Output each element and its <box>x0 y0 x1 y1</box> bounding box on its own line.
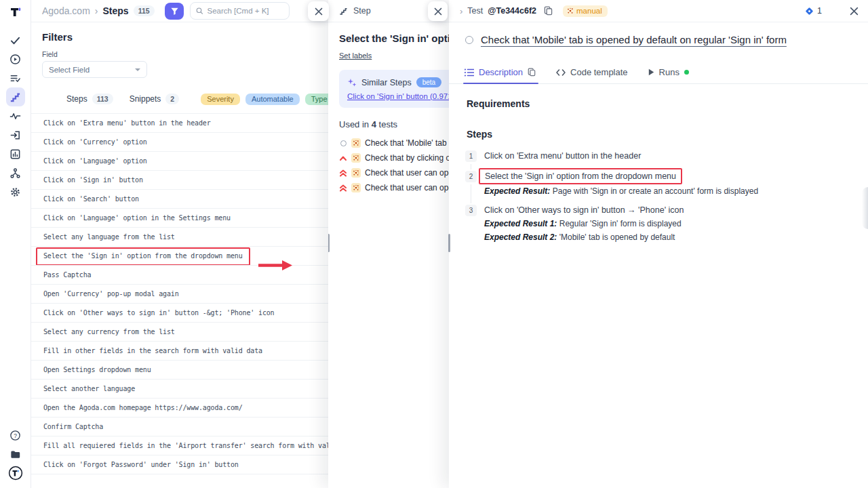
step-detail-panel: Step Select the 'Sign in' option from th… <box>328 0 449 488</box>
test-step[interactable]: 2 Select the 'Sign in' option from the d… <box>465 171 868 196</box>
step-number: 1 <box>465 150 477 162</box>
used-in-tests-list: Check that 'Mobile' tab is opened by def… <box>339 136 449 195</box>
manual-badge-label: manual <box>576 7 602 15</box>
copy-icon[interactable] <box>544 6 553 16</box>
step-row[interactable]: Select another language <box>31 380 328 399</box>
step-row[interactable]: Open the Agoda.com homepage https://www.… <box>31 399 328 418</box>
flaky-icon <box>351 153 361 163</box>
step-row-text: Select any currency from the list <box>43 328 175 336</box>
step-row-text: Click on 'Sign in' button <box>43 176 143 184</box>
projects-button[interactable] <box>6 445 25 464</box>
sidebar-item-settings[interactable] <box>6 182 25 201</box>
tag-type[interactable]: Type <box>305 94 328 105</box>
tab-runs[interactable]: Runs <box>648 67 689 83</box>
step-row[interactable]: Pass Captcha <box>31 266 328 285</box>
step-text: Click on 'Other ways to sign in' button … <box>484 205 684 215</box>
tag-automatable[interactable]: Automatable <box>245 94 300 105</box>
flaky-icon <box>351 168 361 178</box>
copy-icon[interactable] <box>528 68 536 77</box>
set-labels-link[interactable]: Set labels <box>339 52 372 60</box>
panel-title: Step <box>353 6 371 16</box>
test-step[interactable]: 1 Click on 'Extra menu' button in the he… <box>465 150 868 162</box>
step-row[interactable]: Fill all requiered fields in the 'Airpor… <box>31 436 328 455</box>
flaky-icon <box>351 138 361 148</box>
step-row[interactable]: Open 'Currency' pop-up modal again <box>31 285 328 304</box>
help-button[interactable]: ? <box>6 426 25 445</box>
close-icon <box>434 7 442 16</box>
step-row[interactable]: Fill in other fields in the search form … <box>31 342 328 361</box>
tab-code-template[interactable]: Code template <box>556 67 628 83</box>
search-box[interactable] <box>190 2 290 20</box>
funnel-icon <box>170 7 179 16</box>
step-row[interactable]: Select the 'Sign in' option from the dro… <box>31 247 328 266</box>
close-icon[interactable] <box>850 7 859 16</box>
step-row[interactable]: Click on 'Extra menu' button in the head… <box>31 114 328 133</box>
similar-steps-title: Similar Steps <box>361 78 412 87</box>
breadcrumb: Agoda.com › Steps 115 <box>42 5 155 16</box>
used-in-count: 4 <box>372 119 376 129</box>
step-row[interactable]: Click on 'Forgot Password' under 'Sign i… <box>31 455 328 474</box>
sidebar-item-tests[interactable] <box>6 30 25 49</box>
step-row-text: Click on 'Forgot Password' under 'Sign i… <box>43 461 239 468</box>
step-row[interactable]: Select any currency from the list <box>31 323 328 342</box>
field-select[interactable]: Select Field <box>42 61 147 78</box>
chevron-down-icon <box>135 68 140 71</box>
step-row[interactable]: Confirm Captcha <box>31 418 328 436</box>
flaky-icon <box>351 183 361 192</box>
step-row[interactable]: Click on 'Language' option <box>31 152 328 171</box>
steps-count-badge: 115 <box>134 5 155 16</box>
test-link[interactable]: Check that by clicking on the 'Sign in' … <box>339 150 449 165</box>
filter-button[interactable] <box>165 3 184 20</box>
sidebar-item-pulse[interactable] <box>6 106 25 125</box>
test-link[interactable]: Check that user can open the 'Sign in' f… <box>339 180 449 195</box>
toolbar-snippets-label: Snippets <box>130 94 161 104</box>
close-steps-panel-button[interactable] <box>308 1 329 21</box>
step-row[interactable]: Click on 'Language' option in the Settin… <box>31 209 328 228</box>
close-step-panel-button[interactable] <box>428 1 448 21</box>
scroll-hint[interactable] <box>862 187 868 229</box>
test-tabs: Description Code template Runs <box>449 66 868 84</box>
step-row[interactable]: Click on 'Other ways to sign in' button … <box>31 304 328 323</box>
tab-description[interactable]: Description <box>465 67 536 83</box>
sidebar-item-steps[interactable] <box>6 87 25 106</box>
account-avatar[interactable] <box>6 464 25 483</box>
priority-highest-icon <box>339 184 347 192</box>
app-logo-icon[interactable] <box>9 3 22 21</box>
sidebar-item-import[interactable] <box>6 125 25 144</box>
jira-diamond-icon[interactable] <box>805 7 814 16</box>
toolbar-steps-label: Steps <box>66 94 87 104</box>
step-row-text: Click on 'Language' option in the Settin… <box>43 214 231 222</box>
test-steps: 1 Click on 'Extra menu' button in the he… <box>465 150 868 242</box>
step-row-text: Click on 'Other ways to sign in' button … <box>43 309 275 317</box>
tag-severity[interactable]: Severity <box>201 94 240 105</box>
step-row[interactable]: Click on 'Currency' option <box>31 133 328 152</box>
sidebar-item-reports[interactable] <box>6 144 25 163</box>
step-row-text: Click on 'Extra menu' button in the head… <box>43 119 211 127</box>
panel-resize-handle[interactable] <box>328 234 330 252</box>
app-sidebar: ? <box>0 0 31 488</box>
test-link[interactable]: Check that user can open the 'Sign in' f… <box>339 165 449 180</box>
toolbar-steps-toggle[interactable]: Steps 113 <box>66 94 113 104</box>
step-row[interactable]: Click on 'Search' button <box>31 190 328 209</box>
priority-highest-icon <box>339 169 347 177</box>
similar-step-link[interactable]: Click on 'Sign in' button (0.9715 <box>347 92 449 100</box>
breadcrumb-project[interactable]: Agoda.com <box>42 5 90 16</box>
step-row-text: Confirm Captcha <box>43 423 103 430</box>
search-input[interactable] <box>207 7 283 15</box>
test-step[interactable]: 3 Click on 'Other ways to sign in' butto… <box>465 205 868 242</box>
test-title[interactable]: Check that 'Mobile' tab is opened by def… <box>481 34 787 45</box>
toolbar-snippets-toggle[interactable]: Snippets 2 <box>130 94 180 104</box>
test-status-circle-icon <box>465 36 473 44</box>
sidebar-item-runs[interactable] <box>6 49 25 68</box>
step-row[interactable]: Click on 'Sign in' button <box>31 171 328 190</box>
expected-result: Expected Result: Page with 'Sign in or c… <box>484 186 758 196</box>
test-link[interactable]: Check that 'Mobile' tab is opened by def… <box>339 136 449 150</box>
requirements-heading: Requirements <box>467 98 868 109</box>
sidebar-item-branches[interactable] <box>6 163 25 182</box>
runs-status-dot <box>684 70 689 75</box>
step-row-text: Open 'Currency' pop-up modal again <box>43 290 179 298</box>
step-row[interactable]: Open Settings dropdown menu <box>31 361 328 380</box>
sidebar-item-plans[interactable] <box>6 68 25 87</box>
panel-resize-handle[interactable] <box>448 234 450 252</box>
step-row[interactable]: Select any language from the list <box>31 228 328 247</box>
